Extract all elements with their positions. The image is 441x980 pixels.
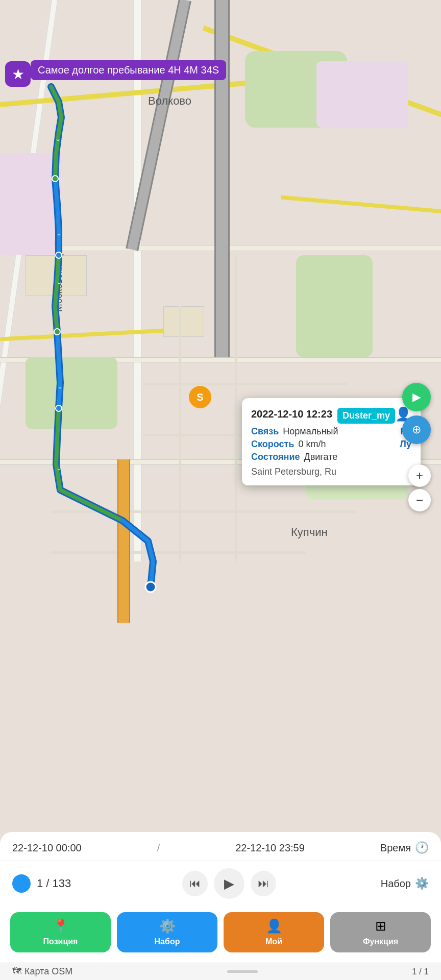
map-road-yellow [281,195,441,217]
map-building [26,255,87,296]
map-green-area [296,255,373,357]
tab-funkciya[interactable]: ⊞ Функция [330,912,431,952]
funkciya-icon: ⊞ [375,918,386,934]
map-building [163,306,204,337]
popup-address: Saint Petersburg, Ru [251,467,411,477]
map-purple-area [0,153,61,255]
play-button[interactable]: ▶ [214,868,244,899]
duster-label: Duster_my [337,408,395,424]
time-range-end: 22-12-10 23:59 [235,842,305,854]
speed-label: Скорость [251,439,294,450]
state-value: Двигате [304,452,338,462]
map-road [133,0,142,561]
map-green-area [26,357,117,429]
status-bar: 🗺 Карта OSM 1 / 1 [0,963,441,980]
map-orange-road [117,459,130,623]
progress-dot [12,874,31,893]
playback-counter: 1 / 133 [37,877,78,890]
playback-controls: ⏮ ▶ ⏭ [84,868,375,899]
map-icon: 🗺 [12,966,21,977]
connection-label: Связь [251,426,279,437]
map-purple-area [316,61,408,128]
bottom-nav: 📍 Позиция ⚙️ Набор 👤 Мой ⊞ Функция [0,907,441,963]
svg-text:›: › [56,468,64,471]
scroll-bar [227,970,258,973]
route-tooltip: Самое долгое пребывание 4H 4M 34S [31,60,226,80]
tab-moy[interactable]: 👤 Мой [224,912,324,952]
map-grid-road [235,255,237,561]
popup-datetime: 2022-12-10 12:23 [251,408,332,420]
nabor-icon: ⚙️ [159,918,176,934]
s-location-marker[interactable]: S [189,386,211,408]
moy-icon: 👤 [266,918,282,934]
map-grid-road [143,383,347,385]
map-nav-buttons: ▶ ⊕ [402,383,431,444]
connection-value: Нормальный [283,426,338,437]
location-button[interactable]: ⊕ [402,415,431,444]
clock-icon: 🕐 [415,841,429,854]
state-label: Состояние [251,452,300,462]
poziciya-icon: 📍 [53,918,69,934]
time-label[interactable]: Время 🕐 [380,841,429,854]
map-grid-road [51,510,357,513]
route-arrow-button[interactable]: ▶ [402,383,431,411]
map-label-kupchino: Купчин [291,526,328,539]
page-indicator: 1 / 1 [412,967,429,977]
speed-value: 0 km/h [298,439,326,450]
map-grid-road [51,551,306,554]
tab-nabor[interactable]: ⚙️ Набор [117,912,217,952]
star-marker[interactable]: ★ [5,61,31,87]
zoom-in-button[interactable]: + [408,464,431,487]
osm-label: 🗺 Карта OSM [12,966,72,977]
zoom-out-button[interactable]: − [408,489,431,511]
set-label[interactable]: Набор ⚙️ [381,877,429,890]
zoom-controls: + − [408,464,431,511]
time-separator: / [157,842,160,854]
rewind-button[interactable]: ⏮ [182,871,208,896]
map-railway [214,0,230,357]
fast-forward-button[interactable]: ⏭ [251,871,276,896]
bottom-panel: 22-12-10 00:00 / 22-12-10 23:59 Время 🕐 … [0,832,441,980]
svg-point-5 [145,582,156,592]
time-filter-bar: 22-12-10 00:00 / 22-12-10 23:59 Время 🕐 [0,832,441,861]
svg-text:›: › [55,138,63,142]
playback-bar: 1 / 133 ⏮ ▶ ⏭ Набор ⚙️ [0,861,441,907]
tab-poziciya[interactable]: 📍 Позиция [10,912,111,952]
gear-icon: ⚙️ [415,877,429,890]
map-container[interactable]: Волково Московский район Купчин › › › › … [0,0,441,623]
time-range-start: 22-12-10 00:00 [12,842,82,854]
